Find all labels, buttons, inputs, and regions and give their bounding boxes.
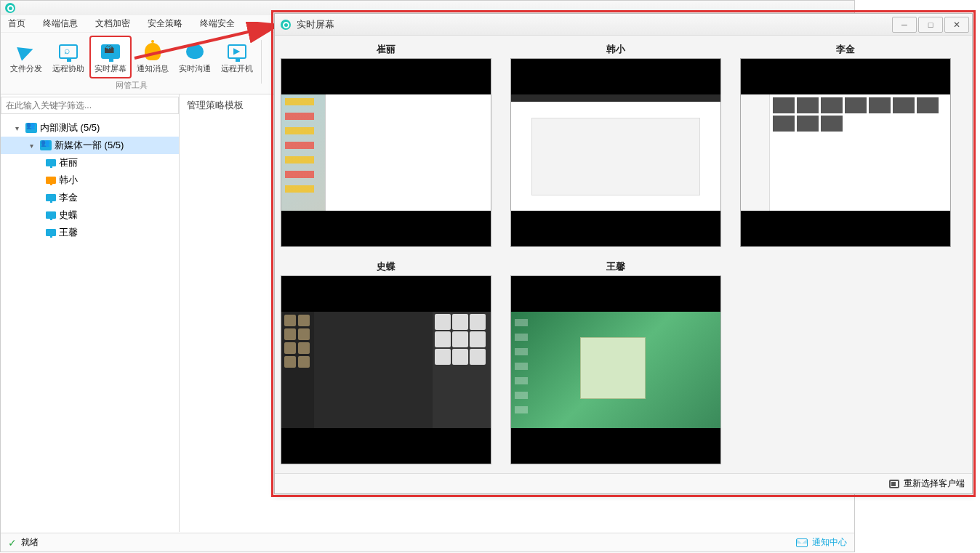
pc-icon (46, 194, 56, 201)
notification-center-button[interactable]: 通知中心 (796, 536, 847, 549)
minimize-button[interactable]: ─ (892, 17, 917, 33)
screen-label: 崔丽 (281, 43, 491, 56)
menu-doc-encrypt[interactable]: 文档加密 (95, 17, 130, 30)
screen-cell-wangxin[interactable]: 王馨 (510, 260, 721, 464)
screen-label: 史蝶 (281, 260, 491, 273)
toolbar-label-remote: 远程协助 (52, 63, 84, 74)
tree-user-label: 史蝶 (59, 209, 78, 222)
filter-input[interactable] (1, 97, 179, 114)
pc-icon (46, 229, 56, 236)
plane-icon (17, 42, 36, 61)
bell-icon (145, 43, 161, 60)
notification-label: 通知中心 (812, 536, 847, 549)
tree-root-label: 内部测试 (5/5) (40, 121, 100, 134)
monitor-search-icon (59, 44, 78, 59)
status-text: 就绪 (21, 536, 39, 549)
tree-user-label: 崔丽 (59, 156, 78, 169)
menu-home[interactable]: 首页 (8, 17, 25, 30)
screen-cell-lijin[interactable]: 李金 (740, 43, 951, 247)
sidebar: ▾ 内部测试 (5/5) ▾ 新媒体一部 (5/5) 崔丽 韩小 (1, 94, 180, 532)
pc-icon (46, 159, 56, 166)
tree-user-label: 李金 (59, 191, 78, 204)
toolbar-chat[interactable]: 实时沟通 (174, 36, 216, 78)
tree-user-shidie[interactable]: 史蝶 (1, 206, 179, 224)
toolbar-group: 文件分发 远程协助 实时屏幕 通知消息 实时沟通 (5, 36, 258, 94)
toolbar-label-file: 文件分发 (10, 63, 42, 74)
statusbar: ✓ 就绪 通知中心 (1, 533, 854, 552)
pc-icon (46, 211, 56, 219)
tree-group-media[interactable]: ▾ 新媒体一部 (5/5) (1, 137, 179, 154)
mail-icon (796, 538, 808, 547)
tree-user-wangxin[interactable]: 王馨 (1, 224, 179, 241)
popup-titlebar[interactable]: 实时屏幕 ─ □ ✕ (275, 14, 972, 36)
tree-root[interactable]: ▾ 内部测试 (5/5) (1, 119, 179, 137)
screen-label: 李金 (740, 43, 951, 56)
tree-user-lijin[interactable]: 李金 (1, 189, 179, 206)
toolbar-label-chat: 实时沟通 (179, 63, 211, 74)
pc-locked-icon (46, 177, 56, 184)
chevron-down-icon[interactable]: ▾ (30, 142, 37, 150)
chat-icon (186, 44, 204, 59)
group-icon (40, 140, 52, 150)
monitor-image-icon (101, 44, 120, 59)
screen-thumbnail[interactable] (281, 275, 491, 464)
app-logo-icon (5, 3, 15, 13)
toolbar-group-label: 网管工具 (5, 78, 258, 92)
screen-thumbnail[interactable] (510, 58, 721, 247)
group-icon (25, 123, 37, 133)
screen-thumbnail[interactable] (740, 58, 951, 247)
window-controls: ─ □ ✕ (891, 17, 969, 33)
screen-cell-shidie[interactable]: 史蝶 (281, 260, 491, 464)
app-logo-icon (281, 20, 291, 30)
maximize-button[interactable]: □ (918, 17, 943, 33)
chevron-down-icon[interactable]: ▾ (15, 124, 23, 132)
screen-cell-hanxiao[interactable]: 韩小 (510, 43, 721, 247)
toolbar-label-screen: 实时屏幕 (95, 63, 126, 74)
menu-terminal-security[interactable]: 终端安全 (200, 17, 235, 30)
tree: ▾ 内部测试 (5/5) ▾ 新媒体一部 (5/5) 崔丽 韩小 (1, 116, 179, 244)
screen-thumbnail[interactable] (281, 58, 491, 247)
menu-terminal-info[interactable]: 终端信息 (43, 17, 78, 30)
toolbar-file-distribute[interactable]: 文件分发 (5, 36, 47, 78)
tree-user-hanxiao[interactable]: 韩小 (1, 171, 179, 189)
power-icon (228, 44, 246, 59)
toolbar-label-notify: 通知消息 (137, 63, 169, 74)
toolbar-remote-assist[interactable]: 远程协助 (47, 36, 89, 78)
toolbar-label-power: 远程开机 (221, 63, 253, 74)
screens-grid: 崔丽 韩小 李金 史蝶 (275, 36, 972, 472)
tree-user-label: 王馨 (59, 226, 78, 239)
popup-title: 实时屏幕 (297, 18, 334, 31)
tree-user-label: 韩小 (59, 174, 78, 187)
screen-label: 王馨 (510, 260, 721, 273)
popup-footer: 重新选择客户端 (275, 473, 972, 493)
toolbar-realtime-screen[interactable]: 实时屏幕 (89, 36, 132, 78)
screen-thumbnail[interactable] (510, 275, 721, 464)
reselect-icon (889, 480, 899, 488)
toolbar-divider (261, 40, 262, 84)
screen-cell-cuili[interactable]: 崔丽 (281, 43, 491, 247)
tree-group-label: 新媒体一部 (5/5) (55, 139, 124, 152)
toolbar-notify[interactable]: 通知消息 (132, 36, 174, 78)
tree-user-cuili[interactable]: 崔丽 (1, 154, 179, 171)
reselect-clients-button[interactable]: 重新选择客户端 (904, 477, 965, 490)
screen-label: 韩小 (510, 43, 721, 56)
realtime-screen-window: 实时屏幕 ─ □ ✕ 崔丽 韩小 李金 (274, 13, 973, 494)
menu-security-policy[interactable]: 安全策略 (148, 17, 182, 30)
close-button[interactable]: ✕ (944, 17, 969, 33)
toolbar-remote-power[interactable]: 远程开机 (216, 36, 258, 78)
check-icon: ✓ (8, 537, 17, 549)
